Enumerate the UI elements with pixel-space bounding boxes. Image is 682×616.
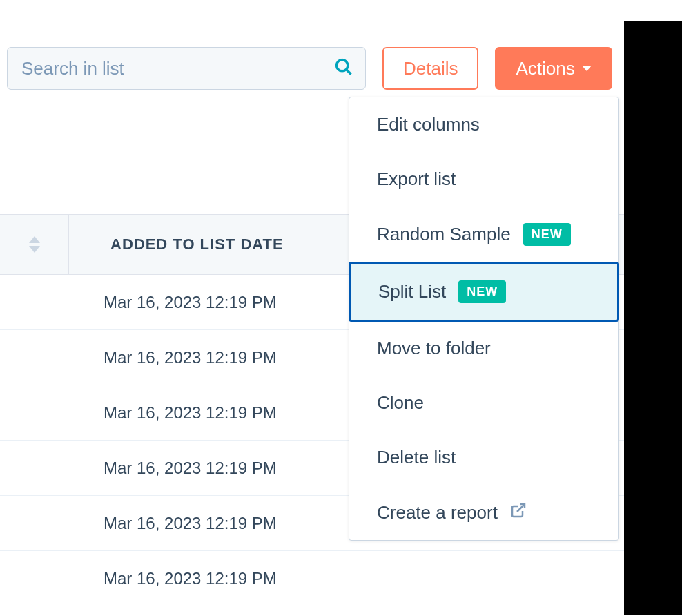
menu-item-label: Edit columns [377,114,480,135]
menu-clone[interactable]: Clone [349,376,618,430]
search-input[interactable] [7,47,366,90]
menu-split-list[interactable]: Split List NEW [349,262,619,322]
table-row[interactable]: Mar 16, 2023 12:19 PM [0,551,682,606]
caret-down-icon [582,66,592,71]
menu-item-label: Split List [378,281,446,302]
sort-toggle[interactable] [0,215,69,274]
menu-create-report[interactable]: Create a report [349,485,618,540]
external-link-icon [510,502,527,523]
svg-line-2 [517,504,525,512]
menu-edit-columns[interactable]: Edit columns [349,97,618,152]
menu-export-list[interactable]: Export list [349,152,618,206]
menu-delete-list[interactable]: Delete list [349,430,618,485]
menu-move-to-folder[interactable]: Move to folder [349,321,618,376]
new-badge: NEW [523,223,571,246]
sort-arrows-icon [29,236,40,253]
search-wrapper [7,47,366,90]
actions-button-label: Actions [516,58,574,79]
actions-button[interactable]: Actions [495,47,612,90]
menu-item-label: Export list [377,169,456,190]
details-button[interactable]: Details [382,47,478,90]
top-toolbar: Details Actions [0,0,682,90]
menu-item-label: Random Sample [377,224,511,245]
menu-item-label: Create a report [377,502,498,523]
menu-random-sample[interactable]: Random Sample NEW [349,206,618,262]
right-black-strip [624,21,682,615]
menu-item-label: Delete list [377,447,456,468]
cell-added-date: Mar 16, 2023 12:19 PM [0,569,661,588]
new-badge: NEW [458,280,506,303]
actions-dropdown: Edit columns Export list Random Sample N… [349,97,619,541]
menu-item-label: Move to folder [377,338,491,359]
menu-item-label: Clone [377,392,424,414]
